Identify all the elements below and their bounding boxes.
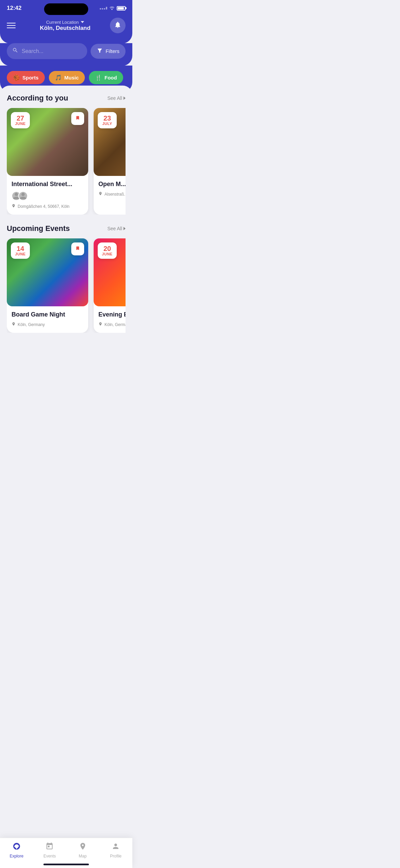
card-body-1: International Street... [7, 176, 88, 215]
category-sports-label: Sports [22, 75, 39, 80]
signal-icon [100, 7, 107, 10]
header: Current Location Köln, Deutschland [0, 14, 132, 43]
upcoming-see-all-arrow-icon [123, 227, 126, 230]
upcoming-cards-scroll: 14 JUNE Board Game Night [7, 238, 126, 333]
upcoming-bookmark-button-1[interactable] [71, 242, 84, 255]
status-time: 12:42 [7, 5, 21, 12]
upcoming-card-2[interactable]: 20 JUNE Evening Event Köln, Germany [94, 238, 126, 333]
upcoming-card-image-wrapper-2: 20 JUNE [94, 238, 126, 306]
see-all-arrow-icon [123, 96, 126, 100]
upcoming-date-badge-1: 14 JUNE [11, 242, 30, 259]
upcoming-date-day-1: 14 [15, 245, 26, 252]
category-food-label: Food [104, 75, 117, 80]
category-music[interactable]: 🎵 Music [49, 71, 85, 84]
according-card-1[interactable]: 27 JUNE International Street... [7, 108, 88, 215]
upcoming-card-location-2: Köln, Germany [98, 322, 126, 327]
upcoming-card-location-1: Köln, Germany [12, 322, 83, 327]
upcoming-date-month-1: JUNE [15, 252, 26, 256]
search-input[interactable]: Search... [22, 48, 43, 54]
category-food[interactable]: 🍴 Food [89, 71, 123, 84]
hamburger-line-1 [7, 23, 16, 23]
wifi-icon [109, 5, 115, 11]
upcoming-see-all-label: See All [107, 226, 122, 231]
upcoming-date-day-2: 20 [102, 245, 113, 252]
card-title-2: Open M... [98, 181, 126, 188]
notifications-button[interactable] [110, 18, 126, 33]
upcoming-location-pin-icon-2 [98, 322, 102, 327]
filters-icon [97, 48, 103, 55]
main-content: According to you See All 27 JUNE [0, 86, 132, 378]
search-section: Search... Filters [0, 43, 132, 66]
card-attendees-1 [12, 191, 83, 201]
hamburger-line-2 [7, 25, 16, 26]
category-sports[interactable]: 🏀 Sports [7, 71, 45, 84]
date-day-2: 23 [102, 115, 113, 122]
chevron-down-icon [81, 21, 84, 23]
upcoming-card-body-1: Board Game Night Köln, Germany [7, 306, 88, 333]
according-see-all-label: See All [107, 95, 122, 101]
upcoming-date-badge-2: 20 JUNE [98, 242, 117, 259]
upcoming-card-title-2: Evening Event [98, 311, 126, 318]
card-location-2: Alsenstraß... [98, 191, 126, 197]
card-location-1: Domgäßchen 4, 50667, Köln [12, 203, 83, 209]
date-badge-1: 27 JUNE [11, 112, 30, 128]
sports-icon: 🏀 [13, 74, 20, 81]
date-month-2: JULY [102, 122, 113, 126]
location-pin-icon-1 [12, 203, 16, 209]
location-label: Current Location [40, 20, 90, 25]
location-pin-icon-2 [98, 191, 102, 197]
upcoming-card-title-1: Board Game Night [12, 311, 83, 318]
upcoming-title: Upcoming Events [7, 224, 70, 233]
avatar-2 [18, 191, 28, 201]
upcoming-see-all-button[interactable]: See All [107, 226, 126, 231]
battery-icon [117, 6, 126, 11]
upcoming-card-1[interactable]: 14 JUNE Board Game Night [7, 238, 88, 333]
according-see-all-button[interactable]: See All [107, 95, 126, 101]
status-icons [100, 5, 126, 11]
bell-icon [114, 21, 121, 30]
category-music-label: Music [64, 75, 79, 80]
bookmark-icon-1 [75, 115, 80, 122]
according-section-header: According to you See All [7, 94, 126, 103]
search-row: Search... Filters [7, 43, 126, 59]
card-title-1: International Street... [12, 181, 83, 188]
location-name: Köln, Deutschland [40, 25, 90, 32]
dynamic-island [44, 3, 88, 15]
menu-button[interactable] [7, 19, 20, 32]
filters-label: Filters [106, 48, 119, 54]
upcoming-date-month-2: JUNE [102, 252, 113, 256]
date-day-1: 27 [15, 115, 26, 122]
upcoming-bookmark-icon-1 [75, 245, 80, 253]
date-month-1: JUNE [15, 122, 26, 126]
hamburger-line-3 [7, 28, 16, 28]
upcoming-section-header: Upcoming Events See All [7, 224, 126, 233]
search-bar[interactable]: Search... [7, 43, 87, 59]
status-bar: 12:42 [0, 0, 132, 14]
card-body-2: Open M... Alsenstraß... [94, 176, 126, 202]
according-card-2[interactable]: 23 JULY Open M... Alsenstraß... [94, 108, 126, 215]
card-image-wrapper-1: 27 JUNE [7, 108, 88, 176]
upcoming-card-location-text-2: Köln, Germany [104, 322, 126, 327]
food-icon: 🍴 [95, 74, 102, 81]
according-cards-scroll: 27 JUNE International Street... [7, 108, 126, 215]
upcoming-card-body-2: Evening Event Köln, Germany [94, 306, 126, 333]
location-selector[interactable]: Current Location Köln, Deutschland [40, 20, 90, 32]
upcoming-card-image-wrapper-1: 14 JUNE [7, 238, 88, 306]
card-location-text-1: Domgäßchen 4, 50667, Köln [18, 204, 70, 209]
card-image-wrapper-2: 23 JULY [94, 108, 126, 176]
upcoming-location-pin-icon-1 [12, 322, 16, 327]
avatar-stack-1 [12, 191, 25, 201]
search-icon [12, 47, 18, 55]
bookmark-button-1[interactable] [71, 112, 84, 125]
according-title: According to you [7, 94, 68, 103]
card-location-text-2: Alsenstraß... [104, 192, 126, 197]
filters-button[interactable]: Filters [91, 44, 126, 59]
upcoming-card-location-text-1: Köln, Germany [18, 322, 45, 327]
date-badge-2: 23 JULY [98, 112, 117, 128]
music-icon: 🎵 [55, 74, 62, 81]
